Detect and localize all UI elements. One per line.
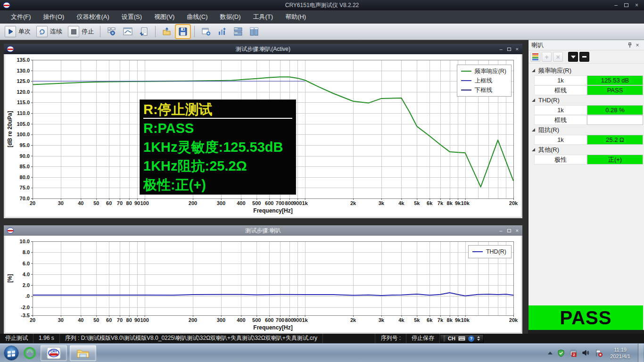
volume-icon[interactable] [582, 349, 590, 356]
svg-text:110.0: 110.0 [17, 110, 30, 116]
window-bottom-titlebar[interactable]: 测试步骤:喇叭 – × [4, 225, 522, 236]
security-shield-icon[interactable] [557, 349, 565, 357]
window-maximize-button[interactable] [507, 46, 511, 52]
statusbar: 停止测试 1.96 s 序列 : D:\测试模版V8.0\测试模版V8.0_02… [0, 334, 644, 343]
expand-all-button[interactable] [568, 52, 578, 62]
window-minimize-button[interactable]: – [499, 46, 502, 52]
result-row: 框线 PASS [528, 85, 644, 95]
menu-item-tools[interactable]: 工具(T) [247, 10, 280, 24]
new-window-button[interactable] [199, 25, 213, 38]
language-bar-options-icon[interactable] [477, 336, 480, 341]
app-maximize-button[interactable] [624, 2, 628, 8]
svg-text:-2.0: -2.0 [21, 304, 30, 310]
tile-horizontal-button[interactable] [231, 25, 245, 38]
result-table-button[interactable] [530, 52, 540, 62]
taskbar-cry-sound-button[interactable]: CRY [41, 345, 67, 361]
group-impedance[interactable]: 阻抗(R) [528, 125, 644, 135]
open-file-button[interactable] [160, 25, 174, 38]
menu-item-help[interactable]: 帮助(H) [279, 10, 312, 24]
legend-label: 上框线 [475, 77, 493, 85]
language-bar[interactable]: CH ? [440, 334, 484, 343]
result-row: 1k 0.28 % [528, 105, 644, 115]
add-chart-icon [217, 27, 227, 36]
remove-item-button[interactable]: × [553, 52, 563, 62]
keyboard-icon[interactable] [458, 336, 465, 341]
tile-vertical-button[interactable] [247, 25, 261, 38]
collapse-all-button[interactable] [579, 52, 589, 62]
pin-icon[interactable] [626, 41, 634, 49]
app-titlebar[interactable]: CRY6151电声测试仪 V8.2.22 – × [0, 0, 644, 10]
row-value: PASS [587, 85, 643, 95]
menu-item-view[interactable]: 视图(V) [148, 10, 181, 24]
legend-swatch [472, 251, 483, 252]
group-thd[interactable]: THD(R) [528, 95, 644, 105]
start-button[interactable] [2, 344, 20, 362]
stop-button[interactable]: 停止 [66, 25, 96, 38]
svg-text:-3.5: -3.5 [21, 313, 30, 318]
toolbar: 单次 连续 停止 [0, 24, 644, 40]
result-row: 极性 正(+) [528, 155, 644, 165]
svg-text:20: 20 [30, 200, 35, 206]
svg-text:40: 40 [78, 317, 83, 323]
svg-text:9k: 9k [455, 200, 461, 206]
taskbar-clock[interactable]: 11:19 2021/4/1 [610, 346, 630, 360]
menu-item-data[interactable]: 数据(D) [214, 10, 247, 24]
row-value [587, 115, 643, 125]
help-icon[interactable]: ? [468, 336, 474, 342]
app-close-button[interactable]: × [635, 2, 638, 8]
window-close-button[interactable]: × [516, 228, 519, 233]
svg-text:20: 20 [30, 317, 35, 323]
add-item-button[interactable]: + [542, 52, 552, 62]
single-run-button[interactable]: 单次 [3, 25, 33, 38]
play-icon [5, 26, 16, 37]
menu-item-curve[interactable]: 曲线(C) [181, 10, 214, 24]
single-run-label: 单次 [18, 27, 31, 36]
report-export-button[interactable] [137, 25, 151, 38]
window-minimize-button[interactable]: – [499, 228, 502, 233]
app-notification-icon[interactable]: 2 [570, 349, 577, 357]
toolbar-separator [194, 26, 195, 37]
language-indicator[interactable]: CH [448, 336, 455, 341]
tray-expand-icon[interactable] [548, 352, 553, 354]
continuous-run-button[interactable]: 连续 [34, 25, 64, 38]
action-center-flag-icon[interactable] [594, 349, 603, 357]
svg-text:100.0: 100.0 [17, 132, 30, 137]
panel-close-icon[interactable]: × [634, 41, 641, 49]
svg-text:60: 60 [106, 317, 112, 323]
svg-text:70.0: 70.0 [20, 196, 30, 201]
window-top-titlebar[interactable]: 测试步骤:喇叭(Active) – × [4, 44, 522, 54]
overlay-sensitivity-line: 1KHz灵敏度:125.53dB [143, 138, 292, 156]
window-maximize-button[interactable] [507, 228, 511, 233]
test-settings-icon [107, 27, 116, 36]
status-sequence-path: 序列 : D:\测试模版V8.0\测试模版V8.0_0225\喇叭测试\32Ω双… [60, 334, 323, 343]
taskbar-explorer-button[interactable] [70, 345, 96, 361]
svg-text:50: 50 [93, 200, 99, 206]
menu-item-settings[interactable]: 设置(S) [116, 10, 148, 24]
save-button[interactable] [176, 25, 190, 38]
curve-window-button[interactable] [121, 25, 135, 38]
app-minimize-button[interactable]: – [614, 2, 618, 8]
group-frequency-response[interactable]: 频率响应(R) [528, 66, 644, 75]
results-panel: 喇叭 × + × 频率响应(R) [528, 40, 644, 334]
language-bar-grip[interactable] [444, 336, 445, 341]
svg-text:300: 300 [217, 317, 225, 323]
status-serial-label: 序列号 : [375, 334, 406, 343]
group-other[interactable]: 其他(R) [528, 145, 644, 155]
svg-text:5k: 5k [414, 317, 420, 323]
status-elapsed-time: 1.96 s [33, 334, 60, 343]
taskbar-browser-button[interactable] [20, 344, 39, 362]
test-settings-button[interactable] [105, 25, 119, 38]
menu-item-file[interactable]: 文件(F) [5, 10, 37, 24]
menu-item-calibration[interactable]: 仪器校准(A) [70, 10, 115, 24]
status-save-state: 停止保存 [406, 334, 440, 343]
add-chart-button[interactable] [215, 25, 229, 38]
windows-start-icon [3, 345, 19, 361]
result-row: 框线 [528, 115, 644, 125]
svg-text:.0: .0 [25, 293, 30, 299]
show-desktop-button[interactable] [638, 344, 643, 362]
save-icon [178, 27, 188, 36]
menu-item-operation[interactable]: 操作(O) [37, 10, 71, 24]
svg-text:1k: 1k [302, 317, 308, 323]
window-close-button[interactable]: × [516, 46, 519, 52]
new-window-icon [201, 27, 211, 36]
